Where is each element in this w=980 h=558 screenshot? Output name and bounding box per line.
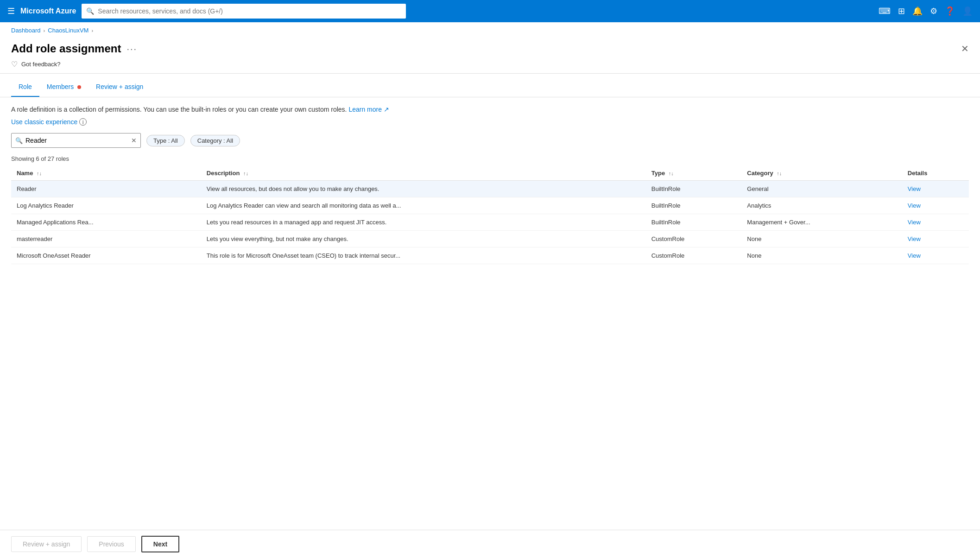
global-search-input[interactable] bbox=[98, 7, 401, 15]
col-name[interactable]: Name ↑↓ bbox=[11, 166, 201, 181]
row-name-2: Managed Applications Rea... bbox=[11, 214, 201, 231]
row-desc-2: Lets you read resources in a managed app… bbox=[201, 214, 646, 231]
row-desc-4: This role is for Microsoft OneAsset team… bbox=[201, 247, 646, 264]
breadcrumb-dashboard[interactable]: Dashboard bbox=[11, 27, 41, 34]
more-options-button[interactable]: ··· bbox=[126, 44, 137, 54]
roles-table: Name ↑↓ Description ↑↓ Type ↑↓ Category … bbox=[11, 166, 969, 264]
row-view-3[interactable]: View bbox=[902, 231, 969, 247]
row-desc-1: Log Analytics Reader can view and search… bbox=[201, 197, 646, 214]
page-title: Add role assignment bbox=[11, 42, 121, 55]
row-view-0[interactable]: View bbox=[902, 181, 969, 197]
page-header: Add role assignment ··· ✕ bbox=[0, 38, 980, 55]
learn-more-link[interactable]: Learn more ↗ bbox=[348, 106, 389, 113]
row-name-1: Log Analytics Reader bbox=[11, 197, 201, 214]
nav-icons: ⌨ ⊞ 🔔 ⚙ ❓ 👤 bbox=[879, 6, 973, 16]
close-button[interactable]: ✕ bbox=[961, 43, 969, 54]
title-area: Add role assignment ··· bbox=[11, 42, 137, 55]
row-type-1: BuiltInRole bbox=[646, 197, 742, 214]
breadcrumb-vm[interactable]: ChaosLinuxVM bbox=[48, 27, 89, 34]
row-category-2: Management + Gover... bbox=[741, 214, 902, 231]
table-row[interactable]: Microsoft OneAsset Reader This role is f… bbox=[11, 247, 969, 264]
row-category-1: Analytics bbox=[741, 197, 902, 214]
divider-1 bbox=[0, 73, 980, 74]
breadcrumb-sep-2: › bbox=[91, 28, 93, 33]
col-type[interactable]: Type ↑↓ bbox=[646, 166, 742, 181]
row-desc-0: View all resources, but does not allow y… bbox=[201, 181, 646, 197]
row-view-2[interactable]: View bbox=[902, 214, 969, 231]
tabs-container: Role Members Review + assign bbox=[0, 77, 980, 97]
table-row[interactable]: Reader View all resources, but does not … bbox=[11, 181, 969, 197]
row-name-4: Microsoft OneAsset Reader bbox=[11, 247, 201, 264]
breadcrumb-sep-1: › bbox=[44, 28, 45, 33]
roles-table-wrap: Name ↑↓ Description ↑↓ Type ↑↓ Category … bbox=[11, 166, 969, 264]
user-icon[interactable]: 👤 bbox=[962, 6, 973, 16]
brand-logo: Microsoft Azure bbox=[20, 7, 76, 15]
help-icon[interactable]: ❓ bbox=[945, 6, 955, 16]
search-role-icon: 🔍 bbox=[15, 137, 23, 144]
table-row[interactable]: Managed Applications Rea... Lets you rea… bbox=[11, 214, 969, 231]
tab-members[interactable]: Members bbox=[39, 77, 89, 97]
row-type-2: BuiltInRole bbox=[646, 214, 742, 231]
members-dot bbox=[77, 85, 81, 89]
feedback-bar: ♡ Got feedback? bbox=[0, 55, 980, 73]
tab-review-assign[interactable]: Review + assign bbox=[89, 77, 151, 97]
sort-category-icon[interactable]: ↑↓ bbox=[777, 171, 782, 176]
role-search-wrap[interactable]: 🔍 ✕ bbox=[11, 133, 141, 148]
classic-experience-link[interactable]: Use classic experience i bbox=[11, 118, 969, 126]
sort-desc-icon[interactable]: ↑↓ bbox=[243, 171, 248, 176]
row-category-4: None bbox=[741, 247, 902, 264]
row-desc-3: Lets you view everything, but not make a… bbox=[201, 231, 646, 247]
col-details: Details bbox=[902, 166, 969, 181]
role-description: A role definition is a collection of per… bbox=[11, 105, 969, 114]
results-count: Showing 6 of 27 roles bbox=[11, 155, 969, 162]
row-name-0: Reader bbox=[11, 181, 201, 197]
row-category-3: None bbox=[741, 231, 902, 247]
search-icon: 🔍 bbox=[86, 7, 94, 15]
category-filter-pill[interactable]: Category : All bbox=[190, 135, 240, 146]
hamburger-icon[interactable]: ☰ bbox=[7, 6, 15, 16]
feedback-heart-icon: ♡ bbox=[11, 60, 18, 69]
row-category-0: General bbox=[741, 181, 902, 197]
role-search-input[interactable] bbox=[25, 137, 128, 144]
feedback-label: Got feedback? bbox=[21, 61, 61, 68]
type-filter-pill[interactable]: Type : All bbox=[146, 135, 185, 146]
sort-name-icon[interactable]: ↑↓ bbox=[37, 171, 42, 176]
row-view-1[interactable]: View bbox=[902, 197, 969, 214]
info-icon: i bbox=[79, 118, 87, 126]
sort-type-icon[interactable]: ↑↓ bbox=[669, 171, 674, 176]
table-row[interactable]: masterreader Lets you view everything, b… bbox=[11, 231, 969, 247]
table-row[interactable]: Log Analytics Reader Log Analytics Reade… bbox=[11, 197, 969, 214]
search-clear-button[interactable]: ✕ bbox=[131, 137, 137, 144]
bell-icon[interactable]: 🔔 bbox=[912, 6, 923, 16]
row-view-4[interactable]: View bbox=[902, 247, 969, 264]
tab-role[interactable]: Role bbox=[11, 77, 39, 97]
row-type-0: BuiltInRole bbox=[646, 181, 742, 197]
row-name-3: masterreader bbox=[11, 231, 201, 247]
portal-icon[interactable]: ⊞ bbox=[898, 6, 905, 16]
row-type-4: CustomRole bbox=[646, 247, 742, 264]
top-nav: ☰ Microsoft Azure 🔍 ⌨ ⊞ 🔔 ⚙ ❓ 👤 bbox=[0, 0, 980, 22]
table-body: Reader View all resources, but does not … bbox=[11, 181, 969, 264]
col-description[interactable]: Description ↑↓ bbox=[201, 166, 646, 181]
table-header: Name ↑↓ Description ↑↓ Type ↑↓ Category … bbox=[11, 166, 969, 181]
filters-bar: 🔍 ✕ Type : All Category : All bbox=[11, 133, 969, 148]
terminal-icon[interactable]: ⌨ bbox=[879, 6, 891, 16]
settings-icon[interactable]: ⚙ bbox=[930, 6, 937, 16]
col-category[interactable]: Category ↑↓ bbox=[741, 166, 902, 181]
breadcrumb: Dashboard › ChaosLinuxVM › bbox=[0, 22, 980, 38]
main-content: A role definition is a collection of per… bbox=[0, 97, 980, 272]
global-search-bar[interactable]: 🔍 bbox=[82, 4, 406, 19]
row-type-3: CustomRole bbox=[646, 231, 742, 247]
